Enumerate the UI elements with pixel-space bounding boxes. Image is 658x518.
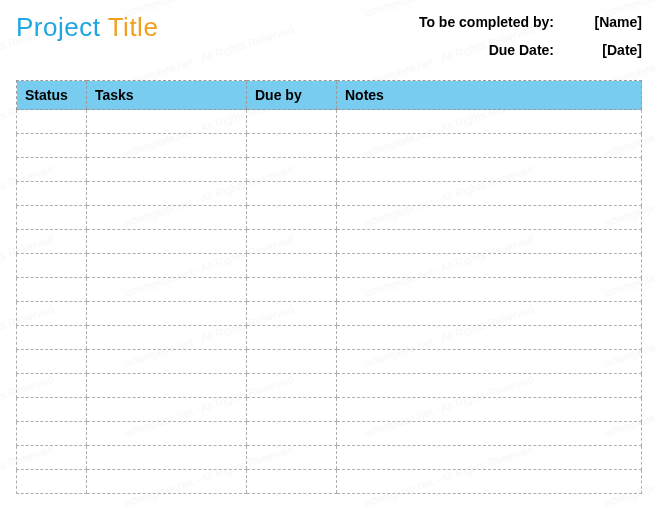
- cell-notes[interactable]: [337, 446, 642, 470]
- cell-notes[interactable]: [337, 206, 642, 230]
- cell-status[interactable]: [17, 302, 87, 326]
- table-row: [17, 134, 642, 158]
- col-dueby: Due by: [247, 81, 337, 110]
- cell-dueby[interactable]: [247, 374, 337, 398]
- cell-tasks[interactable]: [87, 398, 247, 422]
- cell-status[interactable]: [17, 110, 87, 134]
- project-title: Project Title: [16, 12, 158, 43]
- header-row: Project Title To be completed by: [Name]…: [16, 12, 642, 58]
- cell-notes[interactable]: [337, 326, 642, 350]
- cell-notes[interactable]: [337, 470, 642, 494]
- table-row: [17, 230, 642, 254]
- table-row: [17, 350, 642, 374]
- cell-tasks[interactable]: [87, 326, 247, 350]
- task-table: Status Tasks Due by Notes: [16, 80, 642, 494]
- cell-notes[interactable]: [337, 134, 642, 158]
- cell-dueby[interactable]: [247, 398, 337, 422]
- cell-dueby[interactable]: [247, 422, 337, 446]
- cell-tasks[interactable]: [87, 134, 247, 158]
- cell-dueby[interactable]: [247, 302, 337, 326]
- cell-notes[interactable]: [337, 110, 642, 134]
- cell-notes[interactable]: [337, 254, 642, 278]
- cell-notes[interactable]: [337, 230, 642, 254]
- meta-block: To be completed by: [Name] Due Date: [Da…: [419, 14, 642, 58]
- table-row: [17, 326, 642, 350]
- cell-status[interactable]: [17, 470, 87, 494]
- cell-tasks[interactable]: [87, 182, 247, 206]
- cell-status[interactable]: [17, 422, 87, 446]
- cell-notes[interactable]: [337, 350, 642, 374]
- cell-notes[interactable]: [337, 422, 642, 446]
- cell-tasks[interactable]: [87, 422, 247, 446]
- cell-notes[interactable]: [337, 182, 642, 206]
- cell-tasks[interactable]: [87, 302, 247, 326]
- table-row: [17, 398, 642, 422]
- cell-dueby[interactable]: [247, 230, 337, 254]
- due-date-label: Due Date:: [419, 42, 554, 58]
- cell-notes[interactable]: [337, 398, 642, 422]
- cell-notes[interactable]: [337, 278, 642, 302]
- table-row: [17, 158, 642, 182]
- due-date-value[interactable]: [Date]: [582, 42, 642, 58]
- cell-status[interactable]: [17, 182, 87, 206]
- task-table-wrap: Status Tasks Due by Notes: [16, 80, 642, 494]
- cell-dueby[interactable]: [247, 446, 337, 470]
- table-row: [17, 254, 642, 278]
- cell-tasks[interactable]: [87, 254, 247, 278]
- cell-tasks[interactable]: [87, 350, 247, 374]
- cell-notes[interactable]: [337, 374, 642, 398]
- table-body: [17, 110, 642, 494]
- cell-dueby[interactable]: [247, 326, 337, 350]
- cell-status[interactable]: [17, 446, 87, 470]
- cell-dueby[interactable]: [247, 206, 337, 230]
- cell-dueby[interactable]: [247, 110, 337, 134]
- title-word-title: Title: [108, 12, 159, 42]
- cell-status[interactable]: [17, 398, 87, 422]
- page-container: Project Title To be completed by: [Name]…: [0, 0, 658, 510]
- cell-status[interactable]: [17, 206, 87, 230]
- cell-tasks[interactable]: [87, 374, 247, 398]
- cell-dueby[interactable]: [247, 278, 337, 302]
- table-row: [17, 470, 642, 494]
- cell-tasks[interactable]: [87, 158, 247, 182]
- cell-status[interactable]: [17, 254, 87, 278]
- table-header-row: Status Tasks Due by Notes: [17, 81, 642, 110]
- cell-tasks[interactable]: [87, 110, 247, 134]
- table-row: [17, 278, 642, 302]
- cell-dueby[interactable]: [247, 182, 337, 206]
- cell-tasks[interactable]: [87, 206, 247, 230]
- completed-by-value[interactable]: [Name]: [582, 14, 642, 30]
- cell-dueby[interactable]: [247, 158, 337, 182]
- cell-status[interactable]: [17, 134, 87, 158]
- table-row: [17, 206, 642, 230]
- cell-status[interactable]: [17, 326, 87, 350]
- table-row: [17, 422, 642, 446]
- table-row: [17, 182, 642, 206]
- cell-tasks[interactable]: [87, 278, 247, 302]
- table-row: [17, 374, 642, 398]
- cell-tasks[interactable]: [87, 446, 247, 470]
- col-status: Status: [17, 81, 87, 110]
- table-row: [17, 110, 642, 134]
- cell-status[interactable]: [17, 158, 87, 182]
- col-tasks: Tasks: [87, 81, 247, 110]
- table-row: [17, 302, 642, 326]
- completed-by-label: To be completed by:: [419, 14, 554, 30]
- cell-tasks[interactable]: [87, 230, 247, 254]
- cell-dueby[interactable]: [247, 470, 337, 494]
- cell-status[interactable]: [17, 374, 87, 398]
- cell-dueby[interactable]: [247, 350, 337, 374]
- cell-tasks[interactable]: [87, 470, 247, 494]
- col-notes: Notes: [337, 81, 642, 110]
- cell-notes[interactable]: [337, 302, 642, 326]
- cell-status[interactable]: [17, 278, 87, 302]
- cell-dueby[interactable]: [247, 134, 337, 158]
- title-word-project: Project: [16, 12, 100, 42]
- cell-status[interactable]: [17, 230, 87, 254]
- cell-status[interactable]: [17, 350, 87, 374]
- table-row: [17, 446, 642, 470]
- cell-dueby[interactable]: [247, 254, 337, 278]
- cell-notes[interactable]: [337, 158, 642, 182]
